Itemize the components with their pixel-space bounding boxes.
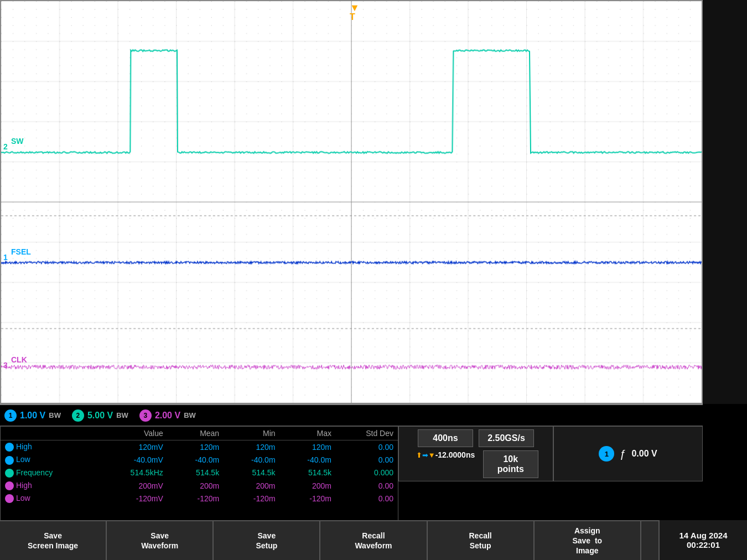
meas-ch-circle-3 <box>5 481 14 490</box>
meas-label-text-2: Frequency <box>16 468 53 477</box>
meas-cell-3-3: 200m <box>280 479 336 492</box>
right-sidebar <box>703 0 747 404</box>
meas-cell-2-3: 514.5k <box>280 466 336 479</box>
memory-value: 10k points <box>483 450 538 478</box>
ch2-voltage: 5.00 V <box>87 411 113 421</box>
meas-ch-circle-0 <box>5 443 14 452</box>
timebase-panel: 400ns 2.50GS/s ⬆➡▼-12.0000ns 10k points <box>398 426 553 481</box>
meas-cell-4-0: -120mV <box>97 492 168 505</box>
meas-label-1: Low <box>1 453 97 466</box>
meas-cell-0-3: 120m <box>280 440 336 454</box>
meas-cell-4-4: 0.00 <box>336 492 398 505</box>
meas-cell-2-1: 514.5k <box>168 466 224 479</box>
trigger-ch-indicator: 1 <box>599 446 614 462</box>
trigger-marker-t: T <box>350 12 355 22</box>
meas-ch-circle-1 <box>5 456 14 465</box>
waveform-canvas <box>1 1 702 403</box>
meas-label-text-0: High <box>16 442 32 451</box>
trigger-offset-label: ⬆➡▼-12.0000ns <box>413 450 478 478</box>
sample-rate-value: 2.50GS/s <box>479 429 534 447</box>
recall-waveform-button[interactable]: RecallWaveform <box>320 521 427 560</box>
meas-label-4: Low <box>1 492 97 505</box>
ch3-bw: BW <box>184 411 196 419</box>
meas-cell-2-0: 514.5kHz <box>97 466 168 479</box>
recall-setup-button[interactable]: RecallSetup <box>428 521 535 560</box>
meas-cell-1-2: -40.0m <box>224 453 279 466</box>
memory-row: ⬆➡▼-12.0000ns 10k points <box>413 450 538 478</box>
button-bar: SaveScreen ImageSaveWaveformSaveSetupRec… <box>0 520 747 560</box>
meas-label-text-4: Low <box>16 494 30 502</box>
meas-row-2: Frequency514.5kHz514.5k514.5k514.5k0.000 <box>1 466 398 479</box>
col-mean: Mean <box>168 427 224 440</box>
ch1-label: 1 <box>3 253 8 262</box>
meas-cell-4-2: -120m <box>224 492 279 505</box>
meas-cell-1-3: -40.0m <box>280 453 336 466</box>
col-stddev: Std Dev <box>336 427 398 440</box>
meas-cell-3-1: 200m <box>168 479 224 492</box>
meas-cell-1-4: 0.00 <box>336 453 398 466</box>
meas-ch-circle-2 <box>5 469 14 478</box>
channel-bar: 1 1.00 V BW 2 5.00 V BW 3 2.00 V BW <box>0 404 703 426</box>
scope-display: 2 SW 1 FSEL 3 CLK ▼ T <box>0 0 703 404</box>
col-max: Max <box>280 427 336 440</box>
meas-row-4: Low-120mV-120m-120m-120m0.00 <box>1 492 398 505</box>
meas-cell-4-3: -120m <box>280 492 336 505</box>
ch1-circle: 1 <box>4 409 17 422</box>
date-value: 14 Aug 2024 <box>679 531 728 540</box>
timebase-row: 400ns 2.50GS/s <box>418 429 534 447</box>
measurements-body: High120mV120m120m120m0.00Low-40.0mV-40.0… <box>1 440 398 505</box>
meas-cell-1-1: -40.0m <box>168 453 224 466</box>
save-setup-button[interactable]: SaveSetup <box>214 521 320 560</box>
assign-bowl-button[interactable]: AssignSave toImage <box>535 521 641 560</box>
time-value: 00:22:01 <box>687 540 720 549</box>
ch2-signal-label: SW <box>11 137 24 146</box>
ch3-badge: 3 2.00 V BW <box>139 409 196 422</box>
meas-cell-0-0: 120mV <box>97 440 168 454</box>
timebase-value: 400ns <box>418 429 473 447</box>
ch1-voltage: 1.00 V <box>20 411 45 421</box>
meas-cell-0-2: 120m <box>224 440 279 454</box>
meas-header-row: Value Mean Min Max Std Dev <box>1 427 398 440</box>
ch1-badge: 1 1.00 V BW <box>4 409 61 422</box>
ch3-voltage: 2.00 V <box>155 411 180 421</box>
meas-cell-3-2: 200m <box>224 479 279 492</box>
meas-cell-3-0: 200mV <box>97 479 168 492</box>
col-value: Value <box>97 427 168 440</box>
col-min: Min <box>224 427 279 440</box>
trigger-symbol: ƒ <box>620 448 626 460</box>
ch2-bw: BW <box>116 411 128 419</box>
measurements-table: Value Mean Min Max Std Dev High120mV120m… <box>1 427 398 505</box>
meas-label-text-1: Low <box>16 455 30 464</box>
ch1-bw: BW <box>49 411 61 419</box>
meas-ch-circle-4 <box>5 494 14 503</box>
ch2-badge: 2 5.00 V BW <box>72 409 128 422</box>
ch3-circle: 3 <box>139 409 152 422</box>
meas-cell-2-2: 514.5k <box>224 466 279 479</box>
ch3-signal-label: CLK <box>11 355 27 364</box>
meas-cell-0-4: 0.00 <box>336 440 398 454</box>
meas-label-0: High <box>1 440 97 454</box>
col-label <box>1 427 97 440</box>
meas-label-3: High <box>1 479 97 492</box>
trigger-panel: 1 ƒ 0.00 V <box>553 426 703 481</box>
ch1-signal-label: FSEL <box>11 247 31 256</box>
datetime-display: 14 Aug 2024 00:22:01 <box>658 520 747 560</box>
ch3-label: 3 <box>3 361 8 370</box>
save-waveform-button[interactable]: SaveWaveform <box>107 521 214 560</box>
save-screen-button[interactable]: SaveScreen Image <box>0 521 107 560</box>
meas-label-2: Frequency <box>1 466 97 479</box>
meas-cell-3-4: 0.00 <box>336 479 398 492</box>
meas-row-3: High200mV200m200m200m0.00 <box>1 479 398 492</box>
trigger-value: 0.00 V <box>631 449 657 459</box>
meas-cell-4-1: -120m <box>168 492 224 505</box>
meas-label-text-3: High <box>16 481 32 490</box>
ch2-circle: 2 <box>72 409 84 422</box>
meas-cell-0-1: 120m <box>168 440 224 454</box>
meas-row-0: High120mV120m120m120m0.00 <box>1 440 398 454</box>
meas-row-1: Low-40.0mV-40.0m-40.0m-40.0m0.00 <box>1 453 398 466</box>
meas-cell-2-4: 0.000 <box>336 466 398 479</box>
meas-cell-1-0: -40.0mV <box>97 453 168 466</box>
ch2-label: 2 <box>3 142 8 151</box>
